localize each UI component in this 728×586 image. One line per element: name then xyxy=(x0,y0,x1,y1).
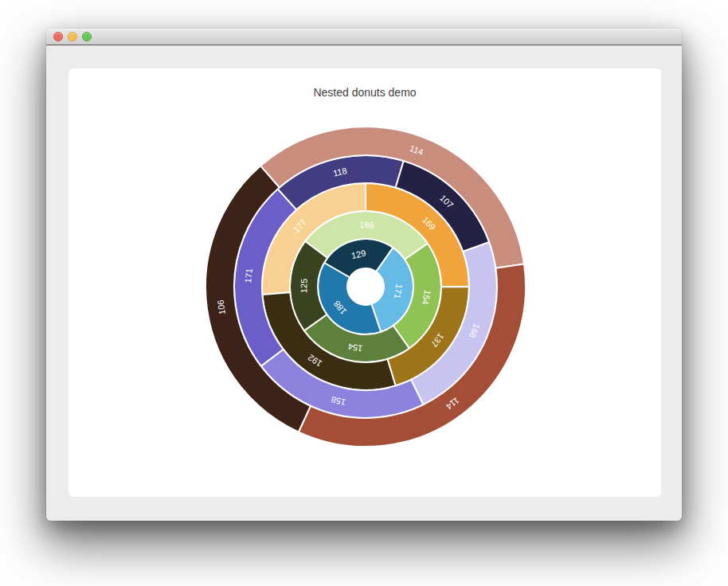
app-window: 1291711881861541541251771691371921181071… xyxy=(46,29,682,521)
minimize-button[interactable] xyxy=(68,32,77,41)
zoom-button[interactable] xyxy=(82,32,92,41)
segment-value-label: 106 xyxy=(215,299,226,315)
segment-value-label: 186 xyxy=(359,220,374,229)
title-bar[interactable] xyxy=(46,29,682,45)
close-button[interactable] xyxy=(53,32,63,41)
chart-title: Nested donuts demo xyxy=(68,86,661,99)
segment-value-label: 125 xyxy=(299,279,308,293)
chart-panel: 1291711881861541541251771691371921181071… xyxy=(68,68,661,497)
segment-value-label: 171 xyxy=(243,268,254,283)
window-controls xyxy=(53,32,92,41)
nested-donut-chart[interactable]: 1291711881861541541251771691371921181071… xyxy=(68,68,661,497)
window-content: 1291711881861541541251771691371921181071… xyxy=(46,45,682,521)
